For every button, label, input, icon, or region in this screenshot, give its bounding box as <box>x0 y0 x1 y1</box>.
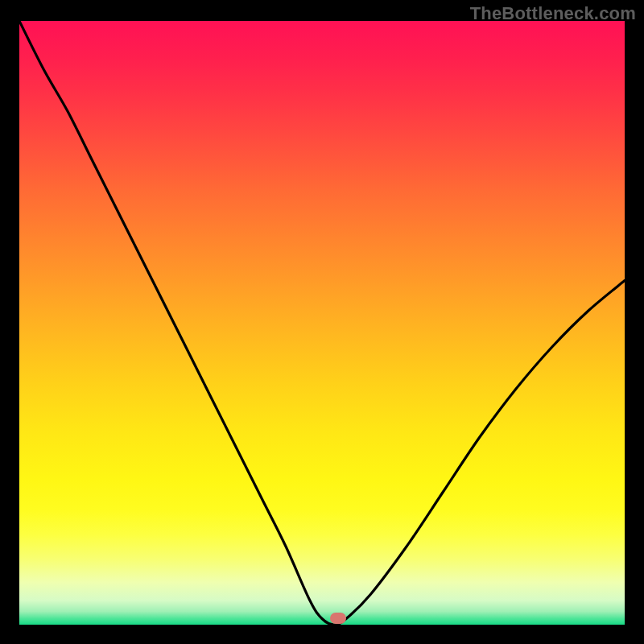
plot-area <box>19 21 625 625</box>
bottleneck-curve <box>19 21 625 625</box>
optimal-marker <box>330 613 346 624</box>
chart-frame: TheBottleneck.com <box>0 0 644 644</box>
